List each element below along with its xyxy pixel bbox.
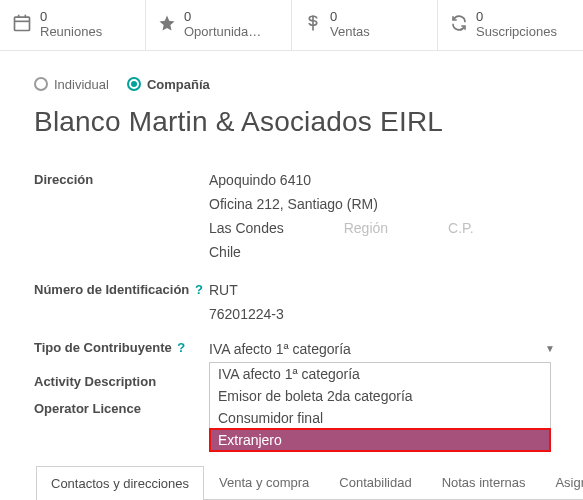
star-icon [158, 14, 176, 35]
label-operator-licence: Operator Licence [34, 397, 209, 416]
stat-sales-label: Ventas [330, 25, 370, 40]
radio-individual-label: Individual [54, 77, 109, 92]
help-icon[interactable]: ? [177, 340, 185, 355]
taxpayer-type-selected: IVA afecto 1ª categoría [209, 341, 351, 357]
stat-meetings-count: 0 [40, 10, 102, 25]
tab[interactable]: Venta y compra [204, 465, 324, 499]
taxpayer-option[interactable]: IVA afecto 1ª categoría [210, 363, 550, 385]
tab[interactable]: Notas internas [427, 465, 541, 499]
id-value[interactable]: 76201224-3 [209, 302, 555, 326]
tab[interactable]: Asignar [540, 465, 583, 499]
radio-dot-icon [34, 77, 48, 91]
address-street2[interactable]: Oficina 212, Santiago (RM) [209, 192, 555, 216]
radio-dot-selected-icon [127, 77, 141, 91]
stat-sales-count: 0 [330, 10, 370, 25]
id-type[interactable]: RUT [209, 278, 555, 302]
stat-meetings-label: Reuniones [40, 25, 102, 40]
taxpayer-option[interactable]: Consumidor final [210, 407, 550, 429]
radio-company-label: Compañía [147, 77, 210, 92]
taxpayer-option[interactable]: Extranjero [210, 429, 550, 451]
stat-sales[interactable]: 0 Ventas [292, 0, 438, 50]
radio-individual[interactable]: Individual [34, 77, 109, 92]
tabs-bar: Contactos y direccionesVenta y compraCon… [36, 465, 583, 500]
address-zip-placeholder[interactable]: C.P. [448, 220, 473, 236]
address-street[interactable]: Apoquindo 6410 [209, 168, 555, 192]
stat-subscriptions-count: 0 [476, 10, 557, 25]
taxpayer-dropdown: IVA afecto 1ª categoríaEmisor de boleta … [209, 362, 551, 452]
stat-bar: 0 Reuniones 0 Oportunida… 0 Ventas 0 Sus… [0, 0, 583, 51]
stat-opportunities-label: Oportunida… [184, 25, 261, 40]
dollar-icon [304, 13, 322, 36]
label-address: Dirección [34, 168, 209, 187]
label-id-number: Número de Identificación ? [34, 278, 209, 297]
address-country[interactable]: Chile [209, 240, 555, 264]
address-region-placeholder[interactable]: Región [344, 220, 388, 236]
company-name-heading[interactable]: Blanco Martin & Asociados EIRL [34, 106, 555, 138]
help-icon[interactable]: ? [195, 282, 203, 297]
caret-down-icon: ▼ [545, 343, 555, 354]
refresh-icon [450, 14, 468, 35]
address-city[interactable]: Las Condes [209, 220, 284, 236]
taxpayer-type-select[interactable]: IVA afecto 1ª categoría ▼ [209, 336, 555, 362]
record-type-selector: Individual Compañía [34, 77, 555, 92]
label-taxpayer-type: Tipo de Contribuyente ? [34, 336, 209, 355]
stat-subscriptions[interactable]: 0 Suscripciones [438, 0, 583, 50]
radio-company[interactable]: Compañía [127, 77, 210, 92]
tab[interactable]: Contabilidad [324, 465, 426, 499]
label-activity-description: Activity Description [34, 370, 209, 389]
taxpayer-option[interactable]: Emisor de boleta 2da categoría [210, 385, 550, 407]
stat-opportunities[interactable]: 0 Oportunida… [146, 0, 292, 50]
stat-opportunities-count: 0 [184, 10, 261, 25]
stat-meetings[interactable]: 0 Reuniones [0, 0, 146, 50]
stat-subscriptions-label: Suscripciones [476, 25, 557, 40]
calendar-icon [12, 13, 32, 36]
svg-rect-0 [15, 18, 30, 31]
tab[interactable]: Contactos y direcciones [36, 466, 204, 500]
